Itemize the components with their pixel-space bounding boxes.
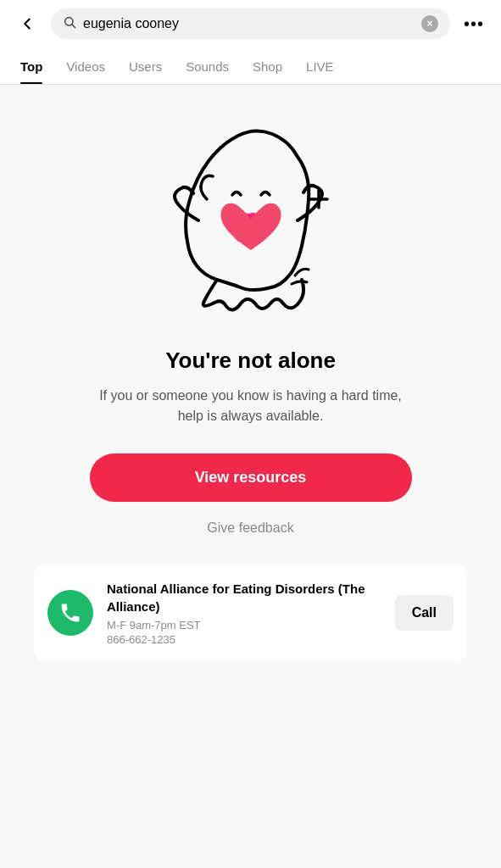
resource-hours: M-F 9am-7pm EST: [107, 619, 381, 632]
svg-line-1: [72, 25, 75, 28]
view-resources-button[interactable]: View resources: [90, 453, 412, 502]
back-button[interactable]: [12, 8, 42, 39]
more-options-button[interactable]: •••: [459, 8, 489, 39]
tab-top[interactable]: Top: [8, 47, 54, 84]
resource-phone: 866-662-1235: [107, 633, 381, 646]
search-icon: [63, 15, 76, 32]
resource-name: National Alliance for Eating Disorders (…: [107, 580, 381, 615]
tab-live[interactable]: LIVE: [294, 47, 346, 84]
tab-users[interactable]: Users: [117, 47, 174, 84]
resource-info: National Alliance for Eating Disorders (…: [107, 580, 381, 646]
tab-sounds[interactable]: Sounds: [174, 47, 241, 84]
search-tabs: Top Videos Users Sounds Shop LIVE: [0, 47, 501, 85]
header: eugenia cooney × •••: [0, 0, 501, 47]
illustration: [141, 110, 361, 331]
clear-search-button[interactable]: ×: [421, 15, 438, 32]
phone-icon: [47, 590, 93, 636]
headline: You're not alone: [165, 348, 336, 374]
subtext: If you or someone you know is having a h…: [98, 386, 404, 426]
give-feedback-link[interactable]: Give feedback: [207, 520, 293, 536]
search-bar: eugenia cooney ×: [51, 8, 450, 39]
tab-videos[interactable]: Videos: [54, 47, 117, 84]
call-button[interactable]: Call: [395, 595, 454, 631]
resource-card: National Alliance for Eating Disorders (…: [34, 565, 467, 661]
search-query[interactable]: eugenia cooney: [83, 16, 415, 31]
main-content: You're not alone If you or someone you k…: [0, 85, 501, 678]
tab-shop[interactable]: Shop: [241, 47, 294, 84]
